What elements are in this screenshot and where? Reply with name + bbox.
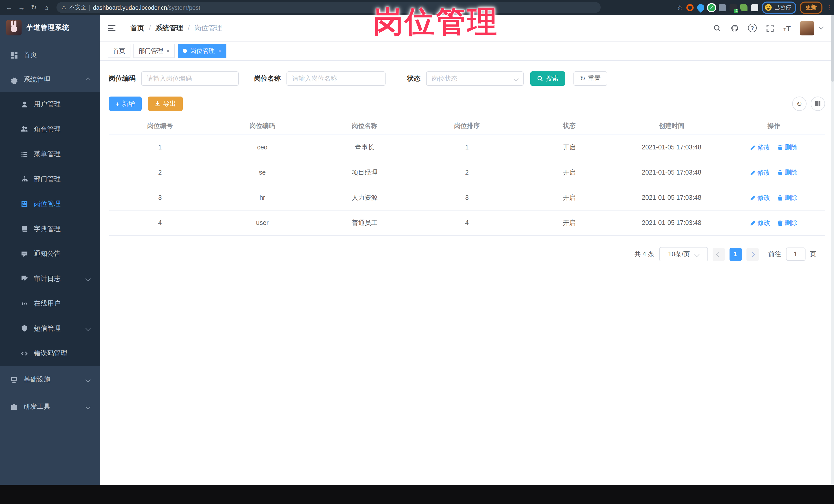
menu-list-icon: [20, 150, 28, 158]
reset-button[interactable]: ↻ 重置: [573, 71, 607, 86]
sidebar-item-role-management[interactable]: 角色管理: [0, 117, 100, 142]
breadcrumb: 首页 / 系统管理 / 岗位管理: [130, 23, 222, 32]
edit-link[interactable]: 修改: [750, 168, 770, 177]
reload-icon[interactable]: ↻: [29, 2, 39, 13]
page-number-1[interactable]: 1: [729, 248, 742, 261]
close-icon[interactable]: ×: [166, 48, 170, 54]
help-icon[interactable]: ?: [748, 24, 757, 32]
cell-code: ceo: [211, 144, 314, 151]
edit-link[interactable]: 修改: [750, 143, 770, 152]
cell-sort: 3: [416, 194, 518, 201]
refresh-button[interactable]: ↻: [792, 96, 807, 111]
goto-unit: 页: [810, 250, 816, 259]
table-body: 1 ceo 董事长 1 开启 2021-01-05 17:03:48 修改 删除: [109, 135, 825, 236]
extension-dark-icon[interactable]: 缩: [729, 4, 737, 11]
sidebar-item-label: 岗位管理: [34, 199, 61, 209]
sidebar-item-home[interactable]: 首页: [0, 43, 100, 67]
bookmark-star-icon[interactable]: ☆: [677, 4, 683, 11]
sidebar-item-user-management[interactable]: 用户管理: [0, 92, 100, 117]
post-code-input[interactable]: [141, 71, 239, 86]
search-icon[interactable]: [713, 24, 721, 32]
tag-label: 岗位管理: [190, 46, 215, 55]
extension-badge: 缩: [734, 9, 738, 13]
app-logo-row[interactable]: 芋道管理系统: [0, 15, 100, 40]
sidebar-item-sms-management[interactable]: 短信管理: [0, 316, 100, 341]
export-button[interactable]: 导出: [148, 96, 182, 111]
column-settings-button[interactable]: [811, 96, 825, 111]
sidebar-item-audit-log[interactable]: 审计日志: [0, 266, 100, 291]
caret-down-icon[interactable]: [818, 24, 824, 29]
columns-icon: [815, 101, 821, 107]
page-size-select[interactable]: 10条/页: [659, 247, 708, 261]
github-icon[interactable]: [730, 24, 739, 32]
avatar[interactable]: [800, 21, 814, 35]
breadcrumb-current: 岗位管理: [194, 23, 222, 32]
tag-home[interactable]: 首页: [108, 44, 130, 58]
cell-id: 4: [109, 219, 211, 226]
hamburger-icon[interactable]: [100, 25, 126, 31]
bottom-bar: [0, 485, 834, 504]
app-logo-rabbit: [6, 20, 22, 36]
sidebar-item-label: 审计日志: [34, 274, 61, 283]
delete-link[interactable]: 删除: [777, 219, 797, 227]
sidebar-item-errorcode-management[interactable]: 错误码管理: [0, 341, 100, 366]
prev-page-button[interactable]: [712, 248, 725, 261]
back-icon[interactable]: ←: [4, 2, 14, 13]
font-size-icon[interactable]: TT: [784, 24, 791, 32]
sidebar-group-devtools[interactable]: 研发工具: [0, 393, 100, 420]
extension-pin-icon[interactable]: [696, 2, 706, 13]
post-name-input[interactable]: [286, 71, 386, 86]
sidebar-item-label: 菜单管理: [34, 150, 61, 159]
monitor-icon: [10, 375, 18, 384]
search-button[interactable]: 搜索: [530, 71, 565, 86]
delete-link[interactable]: 删除: [777, 143, 797, 152]
add-button[interactable]: + 新增: [109, 96, 141, 111]
breadcrumb-system[interactable]: 系统管理: [156, 23, 183, 32]
fullscreen-icon[interactable]: [766, 24, 774, 32]
cell-sort: 2: [416, 169, 518, 176]
edit-link[interactable]: 修改: [750, 219, 770, 227]
table-row: 2 se 项目经理 2 开启 2021-01-05 17:03:48 修改 删除: [109, 160, 825, 185]
edit-link[interactable]: 修改: [750, 193, 770, 202]
extension-check-icon[interactable]: ✓: [708, 4, 715, 11]
sidebar-item-post-management[interactable]: 岗位管理: [0, 192, 100, 216]
goto-page-input[interactable]: [786, 247, 805, 261]
sidebar-item-notice[interactable]: 通知公告: [0, 241, 100, 266]
cell-time: 2021-01-05 17:03:48: [620, 144, 723, 151]
active-dot: [183, 49, 187, 53]
post-name-label: 岗位名称: [254, 74, 281, 83]
extension-orange-icon[interactable]: [686, 4, 694, 11]
roles-icon: [20, 125, 28, 133]
sidebar-group-label: 系统管理: [24, 75, 50, 84]
delete-link[interactable]: 删除: [777, 193, 797, 202]
sidebar-item-menu-management[interactable]: 菜单管理: [0, 142, 100, 167]
extension-green-icon[interactable]: [740, 4, 747, 11]
search-button-label: 搜索: [546, 74, 558, 83]
tag-post[interactable]: 岗位管理 ×: [178, 44, 226, 58]
close-icon[interactable]: ×: [218, 48, 221, 54]
paused-badge[interactable]: 已暂停: [762, 1, 796, 14]
url-path: /system/post: [167, 4, 200, 10]
sidebar-item-online-users[interactable]: 在线用户: [0, 291, 100, 316]
forward-icon[interactable]: →: [17, 2, 27, 13]
next-page-button[interactable]: [746, 248, 759, 261]
browser-menu-icon[interactable]: ⋮: [826, 5, 830, 10]
update-button[interactable]: 更新: [800, 1, 822, 14]
scrollbar-thumb[interactable]: [831, 15, 834, 82]
sidebar-item-dict-management[interactable]: 字典管理: [0, 216, 100, 241]
extension-gray-icon[interactable]: [719, 4, 726, 11]
breadcrumb-home[interactable]: 首页: [130, 23, 144, 32]
home-icon[interactable]: ⌂: [41, 2, 51, 13]
address-bar[interactable]: ⚠ 不安全 dashboard.yudao.iocoder.cn/system/…: [57, 2, 601, 13]
chevron-down-icon: [86, 404, 91, 409]
tag-dept[interactable]: 部门管理 ×: [133, 44, 175, 58]
sidebar-group-system[interactable]: 系统管理: [0, 67, 100, 92]
cell-status: 开启: [518, 193, 620, 202]
scrollbar[interactable]: [831, 15, 834, 485]
delete-link[interactable]: 删除: [777, 168, 797, 177]
extensions-puzzle-icon[interactable]: [751, 4, 758, 11]
sidebar-group-infrastructure[interactable]: 基础设施: [0, 366, 100, 393]
sidebar-item-dept-management[interactable]: 部门管理: [0, 167, 100, 192]
status-select[interactable]: 岗位状态: [426, 71, 524, 86]
page-size-value: 10条/页: [668, 250, 690, 259]
